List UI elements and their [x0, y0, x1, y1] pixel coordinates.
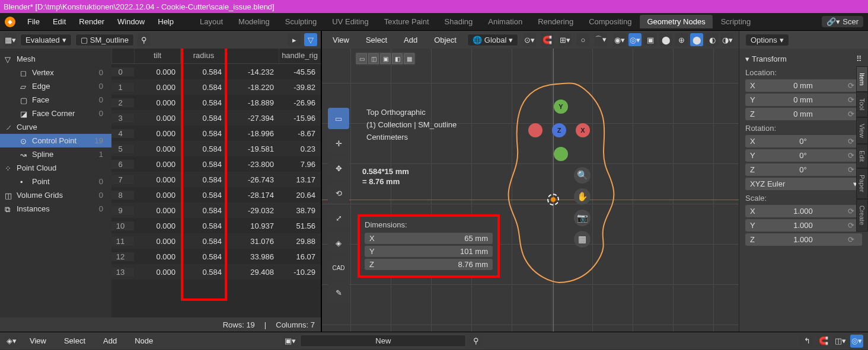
- rotation-y-field[interactable]: Y0°⟳: [745, 149, 862, 162]
- gizmo-y-icon[interactable]: Y: [554, 99, 568, 114]
- blender-logo-icon[interactable]: ◆: [5, 17, 15, 27]
- col-handle-right[interactable]: handle_rig: [279, 49, 320, 63]
- editor-type-node-icon[interactable]: ◈▾: [5, 335, 18, 348]
- orientation-dropdown[interactable]: 🌐 Global▾: [467, 34, 519, 46]
- overlay-node-icon[interactable]: ◎▾: [850, 335, 863, 348]
- node-menu[interactable]: Node: [129, 334, 159, 348]
- tree-curve[interactable]: ⟋Curve: [0, 120, 111, 134]
- lock-icon[interactable]: ⟳: [848, 235, 857, 244]
- proportional-icon[interactable]: ○: [576, 33, 589, 46]
- location-z-field[interactable]: Z0 mm⟳: [745, 108, 862, 120]
- parent-node-icon[interactable]: ↰: [800, 335, 813, 348]
- show-overlays-icon[interactable]: ◎▾: [628, 33, 642, 46]
- menu-render[interactable]: Render: [73, 15, 110, 28]
- rotation-z-field[interactable]: Z0°⟳: [745, 163, 862, 176]
- tree-face-corner[interactable]: ◪Face Corner0: [0, 107, 111, 120]
- tree-edge[interactable]: ▱Edge0: [0, 79, 111, 93]
- npanel-tab-tool[interactable]: Tool: [856, 92, 868, 117]
- pan-icon[interactable]: ✋: [574, 188, 591, 205]
- select-menu[interactable]: Select: [360, 33, 393, 47]
- snap-node-type-icon[interactable]: ◫▾: [834, 335, 847, 348]
- select-lasso-icon[interactable]: ◫: [368, 53, 379, 64]
- tab-shading[interactable]: Shading: [438, 15, 480, 28]
- select-subtract-icon[interactable]: ◧: [392, 53, 403, 64]
- transform-panel-title[interactable]: ▾ Transform⠿: [745, 54, 862, 63]
- shading-rendered-icon[interactable]: ◑▾: [721, 33, 734, 46]
- editor-type-icon[interactable]: ▦▾: [4, 33, 17, 46]
- proportional-type-icon[interactable]: ⌒▾: [594, 33, 607, 46]
- snap-node-icon[interactable]: 🧲: [817, 335, 830, 348]
- scale-tool-icon[interactable]: ⤢: [328, 207, 349, 229]
- rotation-mode-dropdown[interactable]: XYZ Euler▾: [745, 178, 862, 190]
- filter-icon[interactable]: ▽: [304, 33, 317, 46]
- npanel-tab-item[interactable]: Item: [856, 66, 868, 92]
- annotate-tool-icon[interactable]: ✎: [328, 282, 349, 303]
- view-menu[interactable]: View: [327, 33, 355, 47]
- gizmo-neg-y-icon[interactable]: [554, 147, 568, 161]
- menu-file[interactable]: File: [21, 15, 46, 28]
- tree-point-cloud[interactable]: ⁘Point Cloud: [0, 161, 111, 175]
- scene-dropdown[interactable]: 🔗▾ Scer: [822, 16, 863, 27]
- options-dropdown[interactable]: Options ▾: [745, 34, 789, 46]
- pin-node-icon[interactable]: ⚲: [470, 335, 483, 348]
- tab-geometry-nodes[interactable]: Geometry Nodes: [640, 15, 712, 28]
- col-handle[interactable]: [226, 49, 279, 63]
- tree-volume-grids[interactable]: ◫Volume Grids0: [0, 188, 111, 202]
- cursor-tool-icon[interactable]: ✛: [328, 133, 349, 154]
- menu-edit[interactable]: Edit: [47, 15, 72, 28]
- zoom-icon[interactable]: 🔍: [574, 167, 591, 184]
- tree-spline[interactable]: ↝Spline1: [0, 147, 111, 161]
- snap-target-icon[interactable]: ⊞▾: [559, 33, 572, 46]
- menu-help[interactable]: Help: [152, 15, 180, 28]
- tree-vertex[interactable]: ◻Vertex0: [0, 66, 111, 79]
- select-intersect-icon[interactable]: ▦: [404, 53, 414, 64]
- menu-window[interactable]: Window: [111, 15, 151, 28]
- snap-icon[interactable]: 🧲: [541, 33, 554, 46]
- shading-solid-icon[interactable]: ⬤: [690, 33, 703, 46]
- gizmo-x-icon[interactable]: X: [576, 123, 590, 137]
- object-menu[interactable]: Object: [428, 33, 462, 47]
- tab-sculpting[interactable]: Sculpting: [278, 15, 324, 28]
- add-menu[interactable]: Add: [398, 33, 423, 47]
- tab-texture-paint[interactable]: Texture Paint: [377, 15, 436, 28]
- scale-x-field[interactable]: X1.000⟳: [745, 205, 862, 217]
- tree-mesh[interactable]: ▽Mesh: [0, 52, 111, 66]
- tree-instances[interactable]: ⧉Instances0: [0, 202, 111, 216]
- dim-y[interactable]: Y101 mm: [365, 246, 493, 257]
- select-tool-icon[interactable]: ▭: [328, 108, 349, 129]
- shading1-icon[interactable]: ⬤: [659, 33, 672, 46]
- pivot-icon[interactable]: ⊙▾: [523, 33, 536, 46]
- scale-y-field[interactable]: Y1.000⟳: [745, 219, 862, 232]
- tab-uv-editing[interactable]: UV Editing: [325, 15, 375, 28]
- nav-gizmo[interactable]: Y Z X: [531, 102, 591, 161]
- tree-face[interactable]: ▢Face0: [0, 93, 111, 107]
- panel-drag-icon[interactable]: ⠿: [856, 54, 862, 63]
- selection-filter-icon[interactable]: ▸: [288, 33, 301, 46]
- node-select-menu[interactable]: Select: [58, 334, 91, 348]
- cad-tool-icon[interactable]: CAD: [328, 257, 349, 278]
- tree-control-point[interactable]: ⊙Control Point19: [0, 134, 111, 147]
- xray-icon[interactable]: ▣: [644, 33, 657, 46]
- gizmo-neg-x-icon[interactable]: [528, 123, 542, 137]
- gizmo-z-icon[interactable]: Z: [552, 123, 566, 137]
- viewport-3d[interactable]: ▭ ◫ ▣ ◧ ▦ Top Orthographic (1) Collectio…: [322, 49, 739, 332]
- move-tool-icon[interactable]: ✥: [328, 158, 349, 179]
- scale-z-field[interactable]: Z1.000⟳: [745, 233, 862, 246]
- tab-rendering[interactable]: Rendering: [531, 15, 580, 28]
- show-gizmo-icon[interactable]: ◉▾: [613, 33, 626, 46]
- new-nodetree-button[interactable]: New: [300, 335, 466, 347]
- dim-x[interactable]: X65 mm: [365, 233, 493, 244]
- col-tilt[interactable]: tilt: [134, 49, 180, 63]
- npanel-tab-create[interactable]: Create: [856, 199, 868, 232]
- tab-animation[interactable]: Animation: [481, 15, 529, 28]
- select-extend-icon[interactable]: ▣: [380, 53, 391, 64]
- camera-icon[interactable]: 📷: [574, 210, 591, 226]
- tab-modeling[interactable]: Modeling: [231, 15, 277, 28]
- object-selector[interactable]: ▢ SM_outline: [75, 34, 134, 46]
- shading-wire-icon[interactable]: ⊕: [675, 33, 688, 46]
- tree-point[interactable]: •Point0: [0, 175, 111, 188]
- tab-compositing[interactable]: Compositing: [582, 15, 639, 28]
- evaluated-dropdown[interactable]: Evaluated▾: [20, 34, 72, 46]
- npanel-tab-edit[interactable]: Edit: [856, 144, 868, 168]
- geometry-type-icon[interactable]: ▣▾: [283, 335, 296, 348]
